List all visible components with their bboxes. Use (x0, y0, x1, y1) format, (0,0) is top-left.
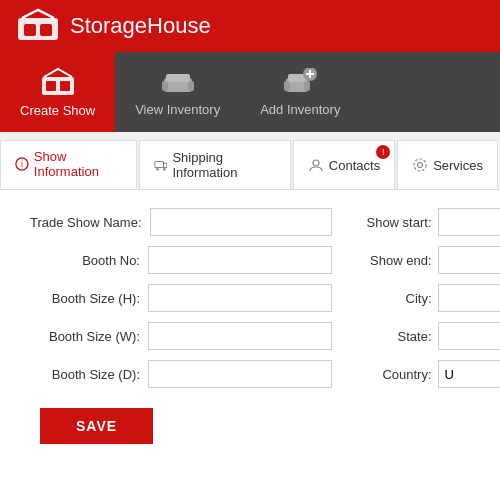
contacts-icon (308, 157, 324, 173)
booth-size-d-row: Booth Size (D): (30, 360, 332, 388)
show-end-row: Show end: (352, 246, 500, 274)
state-label: State: (352, 329, 432, 344)
tab-show-information[interactable]: i Show Information (0, 140, 137, 189)
booth-no-row: Booth No: (30, 246, 332, 274)
form-area: Trade Show Name: Booth No: Booth Size (H… (0, 190, 500, 500)
svg-rect-7 (162, 81, 168, 91)
svg-point-25 (414, 159, 426, 171)
svg-rect-5 (60, 81, 70, 91)
svg-rect-8 (188, 81, 194, 91)
trade-show-name-row: Trade Show Name: (30, 208, 332, 236)
trade-show-name-input[interactable] (150, 208, 332, 236)
show-start-label: Show start: (352, 215, 432, 230)
booth-size-h-input[interactable] (148, 284, 332, 312)
tab-shipping-information[interactable]: Shipping Information (139, 140, 291, 189)
booth-size-w-label: Booth Size (W): (30, 329, 140, 344)
svg-rect-2 (40, 24, 52, 36)
svg-point-23 (313, 160, 319, 166)
tab-services[interactable]: Services (397, 140, 498, 189)
show-start-row: Show start: (352, 208, 500, 236)
svg-rect-11 (284, 81, 290, 91)
country-input[interactable] (438, 360, 500, 388)
tab-contacts[interactable]: Contacts ! (293, 140, 395, 189)
info-icon: i (15, 156, 29, 172)
booth-size-w-input[interactable] (148, 322, 332, 350)
booth-size-h-row: Booth Size (H): (30, 284, 332, 312)
sofa-icon (160, 68, 196, 96)
nav-view-inventory[interactable]: View Inventory (115, 52, 240, 132)
booth-size-h-label: Booth Size (H): (30, 291, 140, 306)
navbar: Create Show View Inventory Add Inventory (0, 52, 500, 132)
svg-rect-9 (166, 74, 190, 82)
show-start-input[interactable] (438, 208, 500, 236)
app-header: StorageHouse (0, 0, 500, 52)
svg-rect-1 (24, 24, 36, 36)
trade-show-name-label: Trade Show Name: (30, 215, 142, 230)
form-right-col: Show start: Show end: City: State: Count… (342, 208, 500, 398)
gear-icon (412, 157, 428, 173)
state-input[interactable] (438, 322, 500, 350)
state-row: State: (352, 322, 500, 350)
contacts-badge: ! (376, 145, 390, 159)
booth-no-input[interactable] (148, 246, 332, 274)
nav-create-show[interactable]: Create Show (0, 52, 115, 132)
cart-icon (154, 157, 168, 173)
city-input[interactable] (438, 284, 500, 312)
logo-icon (16, 8, 60, 44)
form-left-col: Trade Show Name: Booth No: Booth Size (H… (20, 208, 342, 398)
country-row: Country: (352, 360, 500, 388)
app-title: StorageHouse (70, 13, 211, 39)
svg-point-21 (156, 168, 159, 171)
store-icon (40, 67, 76, 97)
city-label: City: (352, 291, 432, 306)
show-end-input[interactable] (438, 246, 500, 274)
show-end-label: Show end: (352, 253, 432, 268)
svg-text:i: i (21, 159, 23, 169)
svg-rect-20 (163, 163, 166, 167)
content-area: i Show Information Shipping Information … (0, 132, 500, 500)
svg-rect-19 (154, 162, 163, 168)
add-inventory-icon (282, 68, 318, 96)
svg-rect-4 (46, 81, 56, 91)
nav-add-inventory[interactable]: Add Inventory (240, 52, 360, 132)
save-button[interactable]: SAVE (40, 408, 153, 444)
booth-size-d-label: Booth Size (D): (30, 367, 140, 382)
booth-size-d-input[interactable] (148, 360, 332, 388)
form-grid: Trade Show Name: Booth No: Booth Size (H… (20, 208, 480, 398)
svg-point-22 (163, 168, 166, 171)
svg-rect-12 (304, 81, 310, 91)
svg-point-24 (418, 163, 423, 168)
booth-no-label: Booth No: (30, 253, 140, 268)
city-row: City: (352, 284, 500, 312)
booth-size-w-row: Booth Size (W): (30, 322, 332, 350)
tabs-bar: i Show Information Shipping Information … (0, 132, 500, 190)
country-label: Country: (352, 367, 432, 382)
